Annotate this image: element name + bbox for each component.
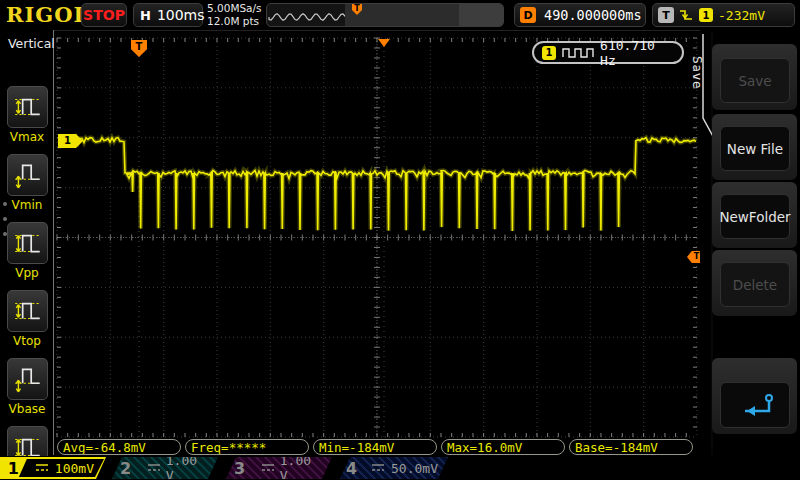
acquisition-info: 5.00MSa/s 12.0M pts (207, 2, 265, 28)
freq-channel-badge: 1 (542, 46, 556, 60)
vtop-label: Vtop (0, 334, 54, 348)
left-measure-menu: Vertical Vmax Vmin (0, 30, 54, 455)
horizontal-timebase-box[interactable]: H 100ms (133, 3, 203, 27)
vmin-label: Vmin (0, 198, 54, 212)
channel-2-number: 2 (112, 457, 139, 479)
vmax-icon (12, 92, 44, 122)
sample-rate: 5.00MSa/s (207, 2, 265, 15)
run-state-badge[interactable]: STOP (81, 3, 127, 27)
falling-edge-icon (679, 7, 694, 23)
dc-coupling-icon (371, 462, 385, 474)
vpp-label: Vpp (0, 266, 54, 280)
delay-box[interactable]: D 490.000000ms (514, 3, 646, 27)
vpp-icon (12, 228, 44, 258)
dc-coupling-icon (35, 462, 49, 474)
vbase-button[interactable] (7, 358, 48, 400)
display-window-region (345, 4, 459, 26)
measurement-max[interactable]: Max=16.0mV (441, 439, 565, 455)
vmax-label: Vmax (0, 130, 54, 144)
channel-status-bar: 1 100mV 2 1.00 V 3 (0, 456, 800, 480)
channel-1-scale: 100mV (55, 461, 94, 476)
vtop-button[interactable] (7, 290, 48, 332)
menu-tab-title: Save (690, 56, 704, 89)
horizontal-label: H (140, 8, 151, 23)
delay-badge: D (520, 7, 536, 23)
dc-coupling-icon (261, 462, 274, 474)
vbase-icon (12, 364, 44, 394)
trigger-box[interactable]: T 1 -232mV (652, 3, 795, 27)
square-wave-icon (562, 47, 594, 59)
graticule-and-waveform (0, 0, 800, 480)
vmin-button[interactable] (7, 154, 48, 196)
vbase-label: Vbase (0, 402, 54, 416)
frequency-counter: 1 610.710 Hz (532, 41, 684, 64)
delay-position-marker-icon[interactable] (378, 39, 390, 47)
rigol-logo: RIGOL (6, 2, 89, 27)
channel-3-status[interactable]: 3 1.00 V (226, 457, 332, 479)
vmax-button[interactable] (7, 86, 48, 128)
channel-1-status[interactable]: 1 100mV (0, 457, 106, 479)
memory-waveform-overview[interactable]: T (266, 3, 504, 27)
channel-4-number: 4 (340, 457, 363, 479)
vtop-icon (12, 296, 44, 326)
channel-1-number: 1 (0, 459, 27, 477)
channel-2-status[interactable]: 2 1.00 V (112, 457, 218, 479)
dc-coupling-icon (147, 462, 160, 474)
trigger-source-badge: 1 (699, 8, 713, 22)
return-arrow-icon (733, 391, 777, 419)
timebase-value: 100ms (157, 7, 205, 23)
channel-3-scale: 1.00 V (280, 453, 322, 480)
measurement-bar: Avg=-64.8mV Freq=***** Min=-184mV Max=16… (0, 438, 800, 456)
left-menu-title: Vertical (0, 30, 53, 51)
memory-depth: 12.0M pts (207, 15, 265, 28)
channel-4-status[interactable]: 4 50.0mV (340, 457, 448, 479)
measurement-avg[interactable]: Avg=-64.8mV (57, 439, 181, 455)
display-window-region-bright (459, 4, 503, 26)
save-menu: Save Save New File NewFolder Delete (700, 30, 800, 455)
channel-3-number: 3 (226, 457, 253, 479)
measurement-freq[interactable]: Freq=***** (185, 439, 309, 455)
new-folder-button[interactable]: NewFolder (720, 194, 790, 239)
measurement-base[interactable]: Base=-184mV (569, 439, 693, 455)
channel-4-scale: 50.0mV (391, 461, 438, 476)
channel-2-scale: 1.00 V (166, 453, 208, 480)
delay-value: 490.000000ms (544, 7, 642, 23)
menu-page-indicator (3, 202, 7, 236)
return-button[interactable] (720, 382, 790, 428)
vmin-icon (12, 160, 44, 190)
top-status-bar: RIGOL STOP H 100ms 5.00MSa/s 12.0M pts T… (0, 0, 800, 31)
new-file-button[interactable]: New File (720, 126, 790, 171)
delete-button[interactable]: Delete (720, 262, 790, 307)
measurement-min[interactable]: Min=-184mV (313, 439, 437, 455)
oscilloscope-screen: RIGOL STOP H 100ms 5.00MSa/s 12.0M pts T… (0, 0, 800, 480)
trigger-level-value: -232mV (718, 8, 765, 23)
save-button[interactable]: Save (720, 58, 790, 103)
freq-value: 610.710 Hz (600, 38, 674, 68)
vpp-button[interactable] (7, 222, 48, 264)
trigger-label-badge: T (658, 7, 674, 23)
